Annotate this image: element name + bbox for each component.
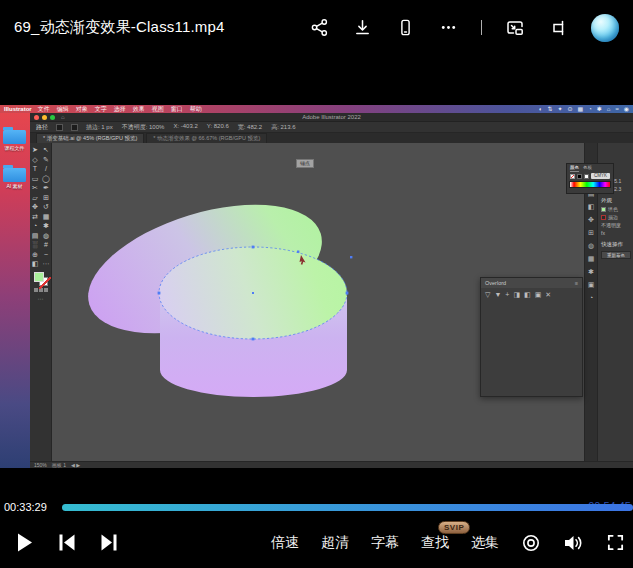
color-panel[interactable]: 颜色 色板 CMYK — [566, 163, 614, 194]
canvas[interactable]: 锚点 Overlord ≡ ▽▼+◨◧▣✕ 颜色 — [52, 143, 584, 461]
black-swatch[interactable] — [577, 174, 582, 179]
tool-icon[interactable]: ⊕ — [31, 250, 40, 260]
tool-icon[interactable]: ↖ — [42, 145, 51, 155]
fill-color-chip[interactable] — [601, 207, 606, 212]
none-swatch[interactable] — [570, 174, 575, 179]
pip-icon[interactable] — [505, 18, 525, 38]
status-icon[interactable]: ⇅ — [547, 105, 552, 113]
menu-item[interactable]: 编辑 — [57, 105, 69, 113]
control-field[interactable]: 宽: 482.2 — [238, 123, 262, 132]
app-menu-name[interactable]: Illustrator — [4, 106, 32, 112]
panel-menu-icon[interactable]: ≡ — [575, 278, 578, 288]
plugin-icon[interactable]: ✕ — [545, 291, 551, 299]
tool-icon[interactable]: # — [42, 240, 51, 250]
dock-panel-icon[interactable]: ◔ — [589, 294, 593, 302]
control-field[interactable]: 不透明度: 100% — [122, 123, 165, 132]
artboard-nav[interactable]: 画板 1 — [52, 462, 66, 469]
volume-icon[interactable] — [563, 533, 584, 553]
tool-icon[interactable]: ✥ — [31, 202, 40, 212]
tool-icon[interactable]: ✒ — [42, 183, 51, 193]
tool-icon[interactable]: ▦ — [42, 212, 51, 222]
opacity-field[interactable]: 不透明度 — [601, 221, 631, 229]
video-stage[interactable]: Illustrator 文件编辑对象文字选择效果视图窗口帮助 ◐⇅✦⊙▦◔✱⌂≈… — [0, 55, 633, 497]
share-icon[interactable] — [309, 18, 329, 38]
menu-item[interactable]: 文字 — [95, 105, 107, 113]
tool-icon[interactable]: ⋯ — [42, 259, 51, 269]
plugin-icon[interactable]: ◧ — [524, 291, 531, 299]
tool-icon[interactable]: ✱ — [42, 221, 51, 231]
tool-icon[interactable]: ◯ — [42, 174, 51, 184]
desktop-folder[interactable]: AI 素材 — [3, 165, 26, 189]
status-icon[interactable]: ▦ — [578, 105, 584, 113]
plugin-icon[interactable]: + — [505, 291, 509, 299]
dock-panel-icon[interactable]: ⊞ — [588, 229, 594, 237]
tool-icon[interactable]: ◧ — [31, 259, 40, 269]
dock-to-side-icon[interactable] — [548, 18, 568, 38]
desktop-folder[interactable]: 课程文件 — [3, 127, 26, 151]
menu-item[interactable]: 视图 — [152, 105, 164, 113]
color-spectrum[interactable] — [569, 181, 611, 188]
plugin-icon[interactable]: ▽ — [485, 291, 490, 299]
color-mode-label[interactable]: CMYK — [591, 173, 610, 179]
tool-icon[interactable]: ▤ — [31, 231, 40, 241]
menu-item[interactable]: 选择 — [114, 105, 126, 113]
menu-item[interactable]: 窗口 — [171, 105, 183, 113]
fill-chip[interactable] — [56, 124, 63, 131]
artboard-arrows[interactable]: ◀ ▶ — [71, 462, 80, 469]
white-swatch[interactable] — [584, 174, 589, 179]
control-field[interactable]: X: -403.2 — [173, 123, 197, 132]
previous-button[interactable] — [59, 534, 75, 551]
document-tab[interactable]: * 动态渐变效果 @ 66.67% (RGB/GPU 预览) — [146, 133, 267, 143]
dock-panel-icon[interactable]: ✥ — [588, 216, 594, 224]
more-icon[interactable] — [438, 18, 458, 38]
tool-icon[interactable]: ~ — [42, 250, 51, 260]
plugin-icon[interactable]: ◨ — [513, 291, 520, 299]
zoom-level[interactable]: 150% — [34, 462, 47, 469]
tool-icon[interactable]: ◍ — [42, 231, 51, 241]
tool-icon[interactable]: ⊞ — [42, 193, 51, 203]
find-button[interactable]: 查找 SVIP — [421, 534, 449, 552]
episodes-button[interactable]: 选集 — [471, 534, 499, 552]
dock-panel-icon[interactable]: ▣ — [588, 281, 595, 289]
toolbar-more-icon[interactable]: ⋯ — [38, 295, 44, 302]
subtitle-button[interactable]: 字幕 — [371, 534, 399, 552]
fill-swatch[interactable] — [34, 272, 44, 282]
quick-action-button[interactable]: 重新着色 — [601, 251, 631, 259]
menu-item[interactable]: 效果 — [133, 105, 145, 113]
play-button[interactable] — [17, 533, 33, 552]
mobile-icon[interactable] — [395, 18, 415, 38]
tool-icon[interactable]: ░ — [31, 240, 40, 250]
dock-panel-icon[interactable]: ✱ — [588, 268, 594, 276]
record-icon[interactable] — [521, 533, 541, 553]
quality-button[interactable]: 超清 — [321, 534, 349, 552]
speed-button[interactable]: 倍速 — [271, 534, 299, 552]
status-icon[interactable]: ⊙ — [567, 105, 572, 113]
tool-icon[interactable]: T — [31, 164, 40, 174]
dock-panel-icon[interactable]: ◧ — [588, 203, 595, 211]
stroke-chip[interactable] — [71, 124, 78, 131]
tool-icon[interactable]: ⇄ — [31, 212, 40, 222]
menu-item[interactable]: 帮助 — [190, 105, 202, 113]
stroke-color-chip[interactable] — [601, 215, 606, 220]
status-icon[interactable]: ≈ — [615, 105, 618, 113]
tool-icon[interactable]: ▱ — [31, 193, 40, 203]
status-icon[interactable]: ◐ — [539, 105, 543, 113]
avatar[interactable] — [591, 14, 619, 42]
control-field[interactable]: Y: 820.6 — [207, 123, 229, 132]
floating-plugin-panel[interactable]: Overlord ≡ ▽▼+◨◧▣✕ — [480, 277, 583, 397]
status-icon[interactable]: ◉ — [624, 105, 629, 113]
tool-icon[interactable]: / — [42, 164, 51, 174]
document-tab-active[interactable]: * 渐变基础.ai @ 45% (RGB/GPU 预览) — [36, 133, 144, 143]
status-icon[interactable]: ✦ — [557, 105, 562, 113]
tool-icon[interactable]: ↺ — [42, 202, 51, 212]
status-icon[interactable]: ◔ — [588, 105, 592, 113]
tool-icon[interactable]: ▭ — [31, 174, 40, 184]
tool-icon[interactable]: ✂ — [31, 183, 40, 193]
status-icon[interactable]: ✱ — [597, 105, 602, 113]
seek-bar[interactable] — [62, 504, 633, 511]
fullscreen-icon[interactable] — [606, 533, 625, 552]
download-icon[interactable] — [352, 18, 372, 38]
plugin-panel-header[interactable]: Overlord ≡ — [481, 278, 582, 288]
fill-stroke-indicator[interactable] — [34, 272, 48, 286]
control-field[interactable]: 高: 213.6 — [271, 123, 295, 132]
